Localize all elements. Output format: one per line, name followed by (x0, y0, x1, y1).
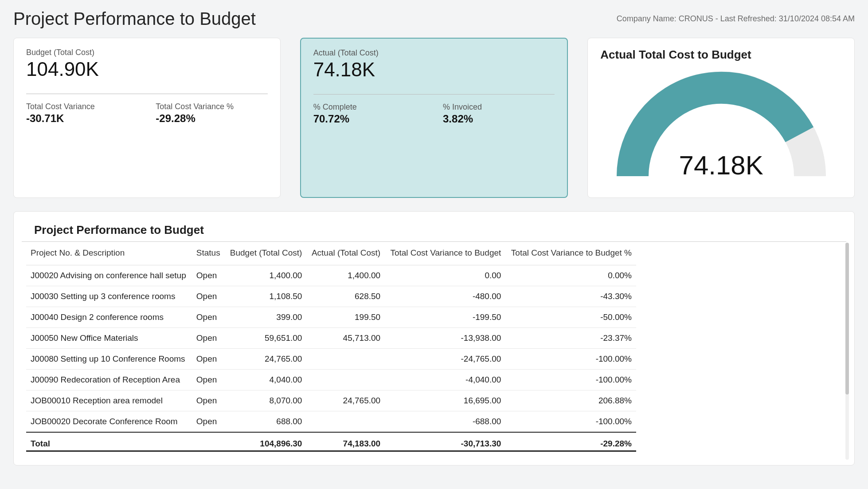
cell-desc: J00090 Redecoration of Reception Area (26, 370, 192, 390)
cell-actual: 1,400.00 (306, 265, 385, 286)
cell-var: -199.50 (385, 307, 505, 328)
cell-budget: 59,651.00 (225, 328, 306, 349)
cell-desc: J00080 Setting up 10 Conference Rooms (26, 349, 192, 370)
table-row[interactable]: J00090 Redecoration of Reception AreaOpe… (26, 370, 636, 390)
col-budget[interactable]: Budget (Total Cost) (225, 242, 306, 265)
cell-status: Open (192, 370, 225, 390)
cell-status: Open (192, 390, 225, 411)
gauge-title: Actual Total Cost to Budget (600, 48, 842, 62)
page-title: Project Performance to Budget (13, 9, 256, 29)
cell-desc: J00050 New Office Materials (26, 328, 192, 349)
cell-var: -13,938.00 (385, 328, 505, 349)
cell-actual: 628.50 (306, 286, 385, 307)
cell-varp: -43.30% (505, 286, 636, 307)
cell-status: Open (192, 286, 225, 307)
cell-varp: -100.00% (505, 349, 636, 370)
cell-actual: 24,765.00 (306, 390, 385, 411)
cell-budget: 4,040.00 (225, 370, 306, 390)
budget-card[interactable]: Budget (Total Cost) 104.90K Total Cost V… (13, 38, 281, 198)
cell-actual (306, 349, 385, 370)
divider (313, 94, 555, 95)
cell-var: -480.00 (385, 286, 505, 307)
refresh-info: Company Name: CRONUS - Last Refreshed: 3… (617, 14, 855, 24)
cell-budget: 24,765.00 (225, 349, 306, 370)
cell-varp: -50.00% (505, 307, 636, 328)
cell-budget: 688.00 (225, 411, 306, 433)
table-total-row: Total 104,896.30 74,183.00 -30,713.30 -2… (26, 432, 636, 451)
cell-status: Open (192, 349, 225, 370)
cell-actual (306, 411, 385, 433)
actual-value: 74.18K (313, 59, 555, 81)
cell-desc: J00030 Setting up 3 conference rooms (26, 286, 192, 307)
gauge-value: 74.18K (600, 150, 842, 181)
cell-var: 0.00 (385, 265, 505, 286)
pct-complete-label: % Complete (313, 103, 425, 112)
cell-varp: -100.00% (505, 411, 636, 433)
actual-label: Actual (Total Cost) (313, 48, 555, 58)
col-varp[interactable]: Total Cost Variance to Budget % (505, 242, 636, 265)
total-varp: -29.28% (505, 432, 636, 451)
table-row[interactable]: J00020 Advising on conference hall setup… (26, 265, 636, 286)
cell-desc: J00020 Advising on conference hall setup (26, 265, 192, 286)
cell-status: Open (192, 411, 225, 433)
table-row[interactable]: JOB00010 Reception area remodelOpen8,070… (26, 390, 636, 411)
variance-pct-value: -29.28% (156, 112, 267, 125)
variance-value: -30.71K (26, 112, 138, 125)
variance-pct-label: Total Cost Variance % (156, 102, 267, 111)
total-actual: 74,183.00 (306, 432, 385, 451)
cell-budget: 1,400.00 (225, 265, 306, 286)
cell-desc: JOB00020 Decorate Conference Room (26, 411, 192, 433)
cell-varp: 206.88% (505, 390, 636, 411)
cell-budget: 8,070.00 (225, 390, 306, 411)
table-card: Project Performance to Budget Project No… (13, 211, 855, 465)
pct-invoiced-value: 3.82% (443, 113, 555, 125)
cell-varp: 0.00% (505, 265, 636, 286)
col-actual[interactable]: Actual (Total Cost) (306, 242, 385, 265)
cell-actual: 45,713.00 (306, 328, 385, 349)
col-desc[interactable]: Project No. & Description (26, 242, 192, 265)
scrollbar-thumb[interactable] (845, 243, 849, 394)
table-row[interactable]: J00080 Setting up 10 Conference RoomsOpe… (26, 349, 636, 370)
pct-complete-value: 70.72% (313, 113, 425, 125)
table-header-row: Project No. & Description Status Budget … (26, 242, 636, 265)
table-row[interactable]: J00040 Design 2 conference roomsOpen399.… (26, 307, 636, 328)
cell-budget: 399.00 (225, 307, 306, 328)
total-budget: 104,896.30 (225, 432, 306, 451)
performance-table[interactable]: Project No. & Description Status Budget … (26, 242, 636, 452)
cell-var: 16,695.00 (385, 390, 505, 411)
total-label: Total (26, 432, 192, 451)
cell-status: Open (192, 307, 225, 328)
scrollbar-track[interactable] (845, 243, 849, 460)
cell-var: -4,040.00 (385, 370, 505, 390)
cell-var: -688.00 (385, 411, 505, 433)
table-row[interactable]: J00030 Setting up 3 conference roomsOpen… (26, 286, 636, 307)
cell-var: -24,765.00 (385, 349, 505, 370)
cell-actual (306, 370, 385, 390)
divider (26, 94, 268, 94)
cell-desc: JOB00010 Reception area remodel (26, 390, 192, 411)
table-row[interactable]: JOB00020 Decorate Conference RoomOpen688… (26, 411, 636, 433)
table-title: Project Performance to Budget (22, 220, 846, 242)
cell-status: Open (192, 328, 225, 349)
table-row[interactable]: J00050 New Office MaterialsOpen59,651.00… (26, 328, 636, 349)
col-var[interactable]: Total Cost Variance to Budget (385, 242, 505, 265)
budget-label: Budget (Total Cost) (26, 48, 268, 57)
pct-invoiced-label: % Invoiced (443, 103, 555, 112)
cell-budget: 1,108.50 (225, 286, 306, 307)
cell-status: Open (192, 265, 225, 286)
budget-value: 104.90K (26, 58, 268, 80)
total-var: -30,713.30 (385, 432, 505, 451)
cell-desc: J00040 Design 2 conference rooms (26, 307, 192, 328)
cell-varp: -23.37% (505, 328, 636, 349)
cell-varp: -100.00% (505, 370, 636, 390)
actual-card[interactable]: Actual (Total Cost) 74.18K % Complete 70… (300, 38, 568, 198)
variance-label: Total Cost Variance (26, 102, 138, 111)
gauge-card[interactable]: Actual Total Cost to Budget 74.18K (587, 38, 855, 198)
col-status[interactable]: Status (192, 242, 225, 265)
cell-actual: 199.50 (306, 307, 385, 328)
